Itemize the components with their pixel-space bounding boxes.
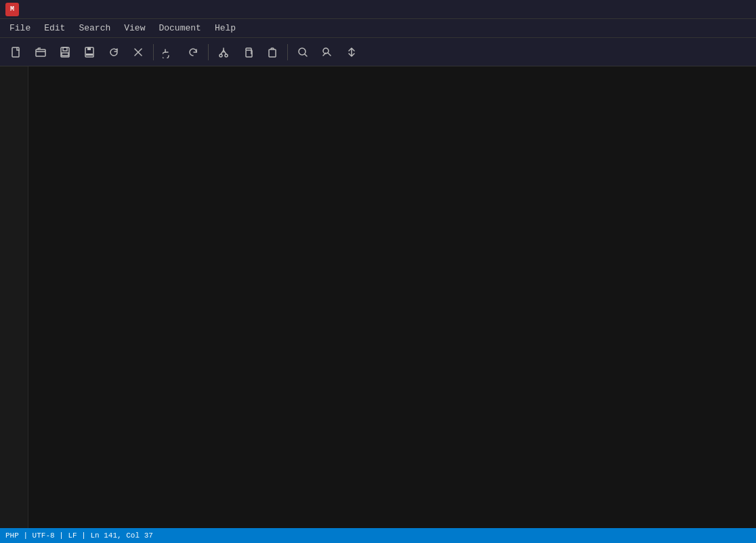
svg-rect-0 <box>12 47 19 57</box>
new-button[interactable] <box>5 41 27 63</box>
undo-button[interactable] <box>158 41 180 63</box>
menu-item-edit[interactable]: Edit <box>37 20 72 36</box>
open-button[interactable] <box>30 41 51 63</box>
menu-item-search[interactable]: Search <box>72 20 117 36</box>
menu-item-view[interactable]: View <box>117 20 152 36</box>
copy-button[interactable] <box>237 41 259 63</box>
svg-rect-7 <box>86 54 93 56</box>
menu-item-document[interactable]: Document <box>152 20 207 36</box>
separator-2 <box>208 44 209 60</box>
save-button[interactable] <box>79 41 100 63</box>
menu-bar: FileEditSearchViewDocumentHelp <box>0 19 756 38</box>
separator-3 <box>287 44 288 60</box>
status-bar: PHP | UTF-8 | LF | Ln 141, Col 37 <box>0 528 756 543</box>
svg-rect-4 <box>62 53 68 56</box>
cut-button[interactable] <box>213 41 234 63</box>
menu-item-help[interactable]: Help <box>208 20 243 36</box>
save-recent-button[interactable] <box>54 41 76 63</box>
code-content[interactable] <box>28 66 756 528</box>
svg-rect-13 <box>269 49 276 57</box>
status-text: PHP | UTF-8 | LF | Ln 141, Col 37 <box>5 531 153 540</box>
svg-rect-1 <box>36 49 45 56</box>
find-button[interactable] <box>292 41 314 63</box>
app-icon: M <box>5 3 19 16</box>
editor-area[interactable] <box>0 66 756 528</box>
separator-1 <box>153 44 154 60</box>
paste-button[interactable] <box>261 41 283 63</box>
reload-button[interactable] <box>103 41 125 63</box>
menu-item-file[interactable]: File <box>3 20 37 36</box>
svg-rect-6 <box>87 47 91 50</box>
goto-button[interactable] <box>341 41 362 63</box>
toolbar <box>0 38 756 66</box>
close-button[interactable] <box>127 41 149 63</box>
redo-button[interactable] <box>182 41 204 63</box>
title-bar: M <box>0 0 756 19</box>
replace-button[interactable] <box>316 41 338 63</box>
svg-rect-3 <box>63 47 67 51</box>
line-numbers <box>0 66 28 528</box>
